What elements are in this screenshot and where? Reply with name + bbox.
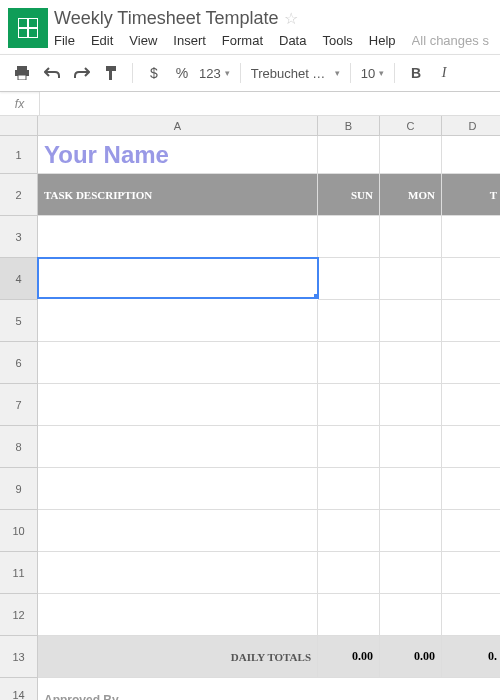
cell-D12[interactable] (442, 594, 500, 636)
cell-C4[interactable] (380, 258, 442, 300)
menu-help[interactable]: Help (369, 33, 396, 48)
col-header-B[interactable]: B (318, 116, 380, 136)
select-all-corner[interactable] (0, 116, 38, 136)
italic-button[interactable]: I (433, 61, 455, 85)
row-header-5[interactable]: 5 (0, 300, 38, 342)
row-header-8[interactable]: 8 (0, 426, 38, 468)
cell-C9[interactable] (380, 468, 442, 510)
cell-A12[interactable] (38, 594, 318, 636)
cell-D9[interactable] (442, 468, 500, 510)
row-header-3[interactable]: 3 (0, 216, 38, 258)
menu-insert[interactable]: Insert (173, 33, 206, 48)
cell-B2[interactable]: SUN (318, 174, 380, 216)
cell-C10[interactable] (380, 510, 442, 552)
cell-A10[interactable] (38, 510, 318, 552)
cell-A7[interactable] (38, 384, 318, 426)
menu-data[interactable]: Data (279, 33, 306, 48)
cell-C14[interactable] (380, 678, 442, 700)
number-format-dropdown[interactable]: 123 ▾ (199, 66, 230, 81)
row-header-13[interactable]: 13 (0, 636, 38, 678)
bold-button[interactable]: B (405, 61, 427, 85)
cell-D2[interactable]: T (442, 174, 500, 216)
cell-C6[interactable] (380, 342, 442, 384)
row-header-14[interactable]: 14 (0, 678, 38, 700)
undo-icon[interactable] (40, 63, 64, 83)
cell-C11[interactable] (380, 552, 442, 594)
cell-B5[interactable] (318, 300, 380, 342)
autosave-status: All changes s (412, 33, 489, 48)
cell-A2[interactable]: TASK DESCRIPTION (38, 174, 318, 216)
cell-B12[interactable] (318, 594, 380, 636)
row-header-1[interactable]: 1 (0, 136, 38, 174)
cell-C2[interactable]: MON (380, 174, 442, 216)
row-header-12[interactable]: 12 (0, 594, 38, 636)
col-header-D[interactable]: D (442, 116, 500, 136)
row-header-4[interactable]: 4 (0, 258, 38, 300)
cell-A9[interactable] (38, 468, 318, 510)
row-header-6[interactable]: 6 (0, 342, 38, 384)
cell-B4[interactable] (318, 258, 380, 300)
formula-input[interactable] (40, 92, 500, 115)
cell-B13[interactable]: 0.00 (318, 636, 380, 678)
row-header-11[interactable]: 11 (0, 552, 38, 594)
menu-edit[interactable]: Edit (91, 33, 113, 48)
row-header-9[interactable]: 9 (0, 468, 38, 510)
cell-D11[interactable] (442, 552, 500, 594)
cell-D5[interactable] (442, 300, 500, 342)
cell-D4[interactable] (442, 258, 500, 300)
selection-handle[interactable] (314, 294, 319, 299)
cell-D14[interactable] (442, 678, 500, 700)
cell-C8[interactable] (380, 426, 442, 468)
cell-B9[interactable] (318, 468, 380, 510)
sheets-app-icon[interactable] (8, 8, 48, 48)
cell-B10[interactable] (318, 510, 380, 552)
cell-A11[interactable] (38, 552, 318, 594)
cell-D6[interactable] (442, 342, 500, 384)
cell-D13[interactable]: 0. (442, 636, 500, 678)
cell-B3[interactable] (318, 216, 380, 258)
cell-A13[interactable]: DAILY TOTALS (38, 636, 318, 678)
cell-B7[interactable] (318, 384, 380, 426)
cell-B6[interactable] (318, 342, 380, 384)
cell-A3[interactable] (38, 216, 318, 258)
col-header-A[interactable]: A (38, 116, 318, 136)
paint-format-icon[interactable] (100, 61, 122, 85)
cell-B11[interactable] (318, 552, 380, 594)
menu-file[interactable]: File (54, 33, 75, 48)
percent-button[interactable]: % (171, 61, 193, 85)
cell-D7[interactable] (442, 384, 500, 426)
font-family-dropdown[interactable]: Trebuchet … ▾ (251, 66, 340, 81)
cell-C3[interactable] (380, 216, 442, 258)
cell-B14[interactable] (318, 678, 380, 700)
print-icon[interactable] (10, 62, 34, 84)
cell-A8[interactable] (38, 426, 318, 468)
row-header-7[interactable]: 7 (0, 384, 38, 426)
cell-C1[interactable] (380, 136, 442, 174)
document-title[interactable]: Weekly Timesheet Template (54, 8, 278, 29)
cell-D8[interactable] (442, 426, 500, 468)
cell-A1[interactable]: Your Name (38, 136, 318, 174)
cell-D10[interactable] (442, 510, 500, 552)
menu-tools[interactable]: Tools (322, 33, 352, 48)
menu-view[interactable]: View (129, 33, 157, 48)
cell-C5[interactable] (380, 300, 442, 342)
cell-B8[interactable] (318, 426, 380, 468)
cell-D1[interactable] (442, 136, 500, 174)
row-header-10[interactable]: 10 (0, 510, 38, 552)
cell-C7[interactable] (380, 384, 442, 426)
cell-B1[interactable] (318, 136, 380, 174)
cell-A6[interactable] (38, 342, 318, 384)
cell-C12[interactable] (380, 594, 442, 636)
redo-icon[interactable] (70, 63, 94, 83)
col-header-C[interactable]: C (380, 116, 442, 136)
cell-D3[interactable] (442, 216, 500, 258)
cell-A5[interactable] (38, 300, 318, 342)
cell-C13[interactable]: 0.00 (380, 636, 442, 678)
font-size-dropdown[interactable]: 10 ▾ (361, 66, 384, 81)
star-icon[interactable]: ☆ (284, 9, 298, 28)
cell-A4[interactable] (37, 257, 319, 299)
menu-format[interactable]: Format (222, 33, 263, 48)
cell-A14[interactable]: Approved By (38, 678, 318, 700)
currency-button[interactable]: $ (143, 61, 165, 85)
row-header-2[interactable]: 2 (0, 174, 38, 216)
